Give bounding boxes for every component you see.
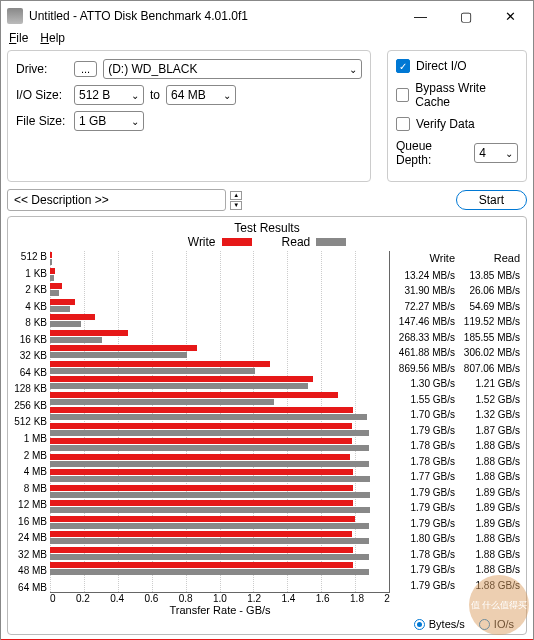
x-axis-ticks: 00.20.40.60.81.01.21.41.61.82 [50,593,390,604]
options-panel: ✓Direct I/O Bypass Write Cache Verify Da… [387,50,527,182]
window-title: Untitled - ATTO Disk Benchmark 4.01.0f1 [29,9,398,23]
minimize-button[interactable]: — [398,1,443,31]
results-title: Test Results [14,221,520,235]
chart-legend: Write Read [14,235,520,249]
y-axis-labels: 512 B1 KB2 KB4 KB8 KB16 KB32 KB64 KB128 … [14,251,50,593]
menu-help[interactable]: Help [40,31,65,45]
results-panel: Test Results Write Read 512 B1 KB2 KB4 K… [7,216,527,635]
close-button[interactable]: ✕ [488,1,533,31]
app-icon [7,8,23,24]
file-size-label: File Size: [16,114,68,128]
read-column: Read13.85 MB/s26.06 MB/s54.69 MB/s119.52… [455,251,520,593]
watermark-icon: 值 什么值得买 [469,575,529,635]
io-size-label: I/O Size: [16,88,68,102]
write-column: Write13.24 MB/s31.90 MB/s72.27 MB/s147.4… [390,251,455,593]
io-size-to-select[interactable]: 64 MB [166,85,236,105]
description-spinner[interactable]: ▲▼ [230,191,242,210]
menubar: File Help [1,31,533,45]
io-to-label: to [150,88,160,102]
start-button[interactable]: Start [456,190,527,210]
verify-data-checkbox[interactable]: Verify Data [396,117,518,131]
chart-bars [50,251,390,593]
drive-select[interactable]: (D:) WD_BLACK [103,59,362,79]
bytes-radio[interactable]: Bytes/s [414,618,465,630]
app-window: Untitled - ATTO Disk Benchmark 4.01.0f1 … [0,0,534,640]
queue-depth-label: Queue Depth: [396,139,470,167]
direct-io-checkbox[interactable]: ✓Direct I/O [396,59,518,73]
settings-panel: Drive: ... (D:) WD_BLACK I/O Size: 512 B… [7,50,371,182]
file-size-select[interactable]: 1 GB [74,111,144,131]
maximize-button[interactable]: ▢ [443,1,488,31]
menu-file[interactable]: File [9,31,28,45]
bypass-cache-checkbox[interactable]: Bypass Write Cache [396,81,518,109]
queue-depth-select[interactable]: 4 [474,143,518,163]
titlebar: Untitled - ATTO Disk Benchmark 4.01.0f1 … [1,1,533,31]
drive-label: Drive: [16,62,68,76]
x-axis-label: Transfer Rate - GB/s [50,604,390,616]
description-input[interactable]: << Description >> [7,189,226,211]
io-size-from-select[interactable]: 512 B [74,85,144,105]
drive-browse-button[interactable]: ... [74,61,97,77]
